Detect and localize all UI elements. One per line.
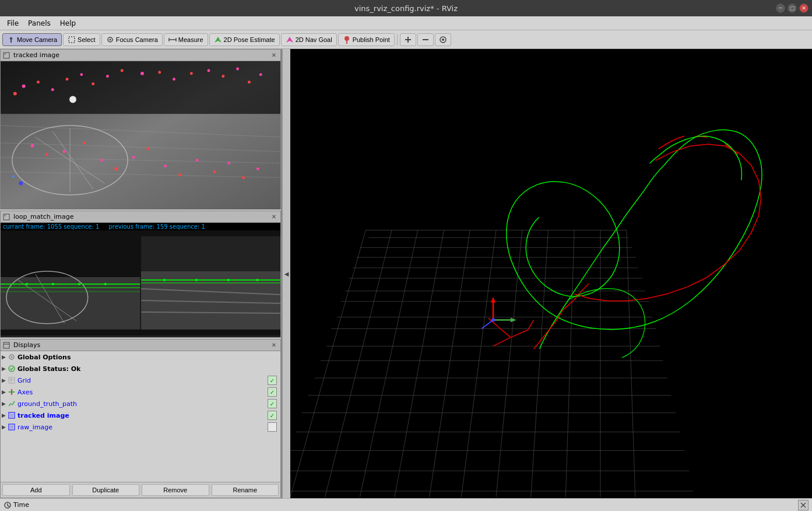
svg-point-59 [213,170,216,173]
loop-match-canvas [1,230,280,335]
svg-point-49 [45,153,48,156]
measure-icon [168,36,177,44]
svg-point-63 [19,181,23,186]
current-frame-info: currant frame: 1055 sequence: 1 [3,223,99,230]
svg-point-36 [92,82,94,85]
add-button[interactable]: Add [2,484,70,496]
loop-right-svg [141,230,281,335]
tracked-image-canvas [1,61,280,210]
svg-point-41 [173,78,175,80]
display-item-global-options[interactable]: ▶ Global Options [1,351,280,363]
tracked-image-display-arrow: ▶ [2,412,8,418]
svg-point-39 [140,72,144,75]
duplicate-button[interactable]: Duplicate [72,484,140,496]
timebar-close[interactable] [798,500,809,510]
remove-display-button[interactable] [417,33,434,46]
left-panel: tracked image ✕ [0,49,282,498]
raw-image-checkbox[interactable] [268,422,277,432]
display-item-global-status[interactable]: ▶ Global Status: Ok [1,363,280,374]
plus-icon [404,36,412,44]
displays-close[interactable]: ✕ [270,341,278,349]
tracked-image-display-icon [8,411,16,419]
grid-icon [8,376,16,384]
main-layout: tracked image ✕ [0,49,812,498]
raw-image-icon [8,423,16,431]
tracked-image-checkbox[interactable] [268,411,277,420]
close-button[interactable]: ✕ [799,4,809,13]
svg-point-80 [104,283,107,285]
displays-content[interactable]: ▶ Global Options ▶ Global Status: Ok [1,351,280,482]
svg-point-30 [13,92,17,96]
toolbar: Move Camera Select Focus Camera Measure … [0,30,812,49]
display-item-ground-truth-path[interactable]: ▶ ground_truth_path [1,398,280,410]
displays-icon [3,341,11,349]
move-camera-icon [7,36,15,44]
collapse-handle[interactable]: ◀ [282,49,290,498]
ground-truth-checkbox[interactable] [268,399,277,408]
svg-point-34 [66,78,69,80]
svg-point-90 [195,279,197,281]
svg-rect-93 [3,342,9,348]
measure-button[interactable]: Measure [164,33,208,46]
svg-rect-104 [10,414,13,417]
svg-point-3 [109,38,111,40]
2d-pose-icon [214,36,222,44]
add-display-button[interactable] [400,33,416,46]
loop-match-close[interactable]: ✕ [270,213,278,221]
display-item-raw-image[interactable]: ▶ raw_image [1,421,280,433]
loop-match-panel: loop_match_image ✕ currant frame: 1055 s… [0,211,281,338]
axes-arrow: ▶ [2,389,8,395]
svg-rect-82 [141,236,281,271]
focus-camera-button[interactable]: Focus Camera [101,33,163,46]
svg-point-31 [22,85,26,88]
remove-button[interactable]: Remove [142,484,209,496]
2d-pose-button[interactable]: 2D Pose Estimate [209,33,280,46]
svg-point-96 [11,356,13,358]
displays-title: Displays ✕ [1,340,280,351]
loop-match-title: loop_match_image ✕ [1,211,280,223]
menu-panels[interactable]: Panels [23,18,55,29]
select-button[interactable]: Select [63,33,100,46]
svg-marker-0 [9,37,13,43]
svg-point-40 [158,71,161,74]
menu-help[interactable]: Help [55,18,80,29]
displays-panel: Displays ✕ ▶ Global Options ▶ [0,339,281,498]
loop-left-image [1,230,140,335]
svg-point-77 [26,283,28,285]
global-status-label: Global Status: Ok [17,365,80,373]
tracked-image-label: tracked image [13,51,59,59]
viewport-svg [290,49,812,498]
display-item-axes[interactable]: ▶ Axes [1,386,280,398]
displays-label: Displays [13,341,40,349]
display-item-grid[interactable]: ▶ Grid [1,374,280,386]
camera-settings-button[interactable] [435,33,451,46]
tracked-image-close[interactable]: ✕ [270,51,278,60]
display-item-tracked-image[interactable]: ▶ tracked image [1,410,280,421]
publish-point-button[interactable]: Publish Point [338,33,395,46]
tracked-image-title: tracked image ✕ [1,50,280,61]
maximize-button[interactable]: □ [788,4,797,13]
2d-nav-button[interactable]: 2D Nav Goal [281,33,337,46]
raw-image-label: raw_image [17,424,52,431]
svg-rect-17 [3,52,6,55]
axes-checkbox[interactable] [268,387,277,397]
move-camera-button[interactable]: Move Camera [2,33,62,46]
svg-point-32 [37,80,40,83]
3d-viewport[interactable] [290,49,812,498]
svg-point-43 [208,69,210,72]
svg-point-60 [227,162,230,164]
grid-checkbox[interactable] [268,376,277,385]
svg-point-48 [31,144,34,148]
axes-icon [8,388,16,396]
rename-button[interactable]: Rename [212,484,279,496]
menubar: File Panels Help [0,16,812,30]
svg-rect-67 [3,214,6,216]
menu-file[interactable]: File [2,18,23,29]
minimize-button[interactable]: ─ [776,4,785,13]
loop-info-bar: currant frame: 1055 sequence: 1 previous… [1,223,280,230]
select-icon [68,36,76,44]
svg-point-53 [114,167,118,171]
svg-point-55 [146,147,149,150]
titlebar: vins_rviz_config.rviz* - RViz ─ □ ✕ [0,0,812,16]
ground-truth-icon [8,400,16,408]
